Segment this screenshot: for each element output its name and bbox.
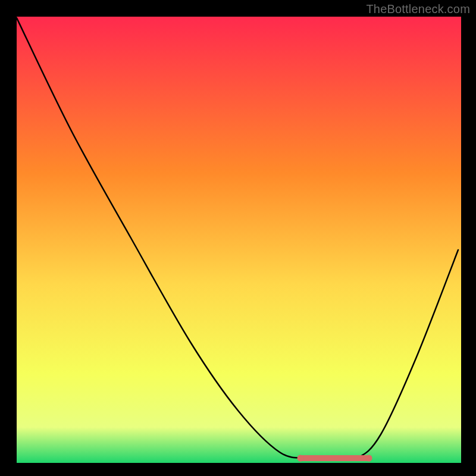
optimal-range-end-left [298, 455, 304, 462]
chart-stage: TheBottleneck.com [0, 0, 476, 476]
bottleneck-chart [0, 0, 476, 476]
watermark-text: TheBottleneck.com [366, 2, 470, 16]
optimal-range-end-right [366, 455, 372, 462]
gradient-background [17, 17, 461, 463]
